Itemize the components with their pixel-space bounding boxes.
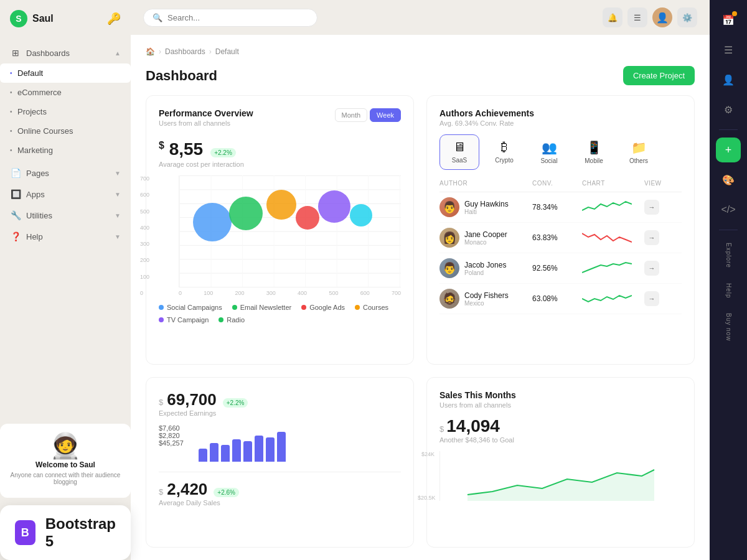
bubble-chart (179, 175, 401, 287)
user-avatar[interactable]: 👤 (652, 7, 672, 27)
help-label[interactable]: Help (725, 278, 732, 304)
social-tab-label: Social (540, 157, 557, 164)
sidebar-footer: 🧑‍🚀 Welcome to Saul Anyone can connect w… (0, 424, 131, 560)
others-tab-icon: 📁 (631, 140, 647, 155)
sidebar-item-apps[interactable]: 🔲 Apps ▼ (0, 184, 131, 205)
legend-courses: Courses (355, 304, 388, 311)
app-logo: S (10, 10, 27, 27)
chevron-icon: ▲ (115, 50, 121, 57)
sidebar-item-label: Pages (26, 169, 49, 178)
table-row: 🧔 Cody Fishers Mexico 63.08% → (439, 284, 682, 314)
sidebar-item-pages[interactable]: 📄 Pages ▼ (0, 162, 131, 184)
calendar-button[interactable]: 📅 (716, 7, 741, 32)
metric-value-row: $ 8,55 +2.2% (159, 134, 401, 161)
sidebar-item-default[interactable]: Default (0, 63, 131, 83)
breadcrumb: 🏠 › Dashboards › Default (146, 47, 695, 56)
tab-social[interactable]: 👥 Social (529, 134, 569, 170)
sidebar-back-icon[interactable]: 🔑 (107, 12, 121, 26)
earnings-badge: +2.2% (223, 398, 248, 408)
sparkline-cody (582, 289, 632, 308)
code-icon: </> (721, 204, 735, 215)
tab-week[interactable]: Week (370, 108, 401, 122)
sidebar-item-label: Online Courses (17, 126, 73, 136)
performance-title-group: Performance Overview Users from all chan… (159, 108, 253, 127)
search-input[interactable] (167, 13, 308, 22)
crypto-tab-icon: ₿ (501, 140, 507, 154)
legend-google: Google Ads (301, 304, 345, 311)
sales-chart: $24K $20.5K (439, 451, 682, 501)
bubble-google (266, 190, 296, 220)
bubble-email (229, 197, 263, 230)
authors-header: Authors Achievements Avg. 69.34% Conv. R… (439, 108, 682, 127)
search-box[interactable]: 🔍 (143, 9, 317, 27)
bubble-social (193, 203, 232, 241)
bar (210, 443, 218, 462)
theme-button[interactable]: 🎨 (716, 167, 741, 192)
tab-others[interactable]: 📁 Others (619, 134, 659, 170)
mobile-tab-icon: 📱 (586, 140, 602, 155)
hamburger-button[interactable]: ☰ (716, 37, 741, 62)
content-area: 🏠 › Dashboards › Default Dashboard Creat… (131, 35, 710, 560)
sidebar-item-ecommerce[interactable]: eCommerce (0, 83, 131, 102)
welcome-card: 🧑‍🚀 Welcome to Saul Anyone can connect w… (0, 424, 131, 498)
bar (255, 436, 263, 462)
breadcrumb-dashboards[interactable]: Dashboards (165, 47, 205, 56)
author-name-cody: Cody Fishers (464, 291, 509, 300)
sidebar-item-marketing[interactable]: Marketing (0, 141, 131, 160)
author-country-cody: Mexico (464, 300, 509, 307)
view-btn-jacob[interactable]: → (644, 261, 659, 276)
sidebar-item-online-courses[interactable]: Online Courses (0, 121, 131, 141)
bar (232, 439, 241, 462)
sidebar-item-utilities[interactable]: 🔧 Utilities ▼ (0, 205, 131, 226)
explore-label[interactable]: Explore (725, 238, 732, 273)
legend-email-label: Email Newsletter (240, 304, 292, 311)
tab-month[interactable]: Month (335, 108, 368, 122)
sidebar-item-label: eCommerce (17, 88, 62, 97)
notifications-button[interactable]: 🔔 (603, 7, 622, 27)
performance-metric: $ 8,55 (159, 139, 203, 159)
menu-button[interactable]: ☰ (627, 7, 647, 27)
code-button[interactable]: </> (716, 197, 741, 222)
view-btn-jane[interactable]: → (644, 230, 659, 245)
tab-saas[interactable]: 🖥 SaaS (439, 134, 479, 170)
user-icon: 👤 (722, 74, 735, 86)
bar (243, 441, 252, 462)
x-axis: 0 100 200 300 400 500 600 700 (179, 287, 401, 296)
legend-tv: TV Campaign (159, 316, 209, 324)
bar-chart (199, 424, 401, 462)
settings-rp-button[interactable]: ⚙ (716, 97, 741, 122)
bootstrap-icon: B (15, 520, 35, 545)
palette-icon: 🎨 (722, 174, 735, 186)
breadcrumb-home-icon[interactable]: 🏠 (146, 47, 155, 56)
table-row: 👨 Jacob Jones Poland 92.56% → (439, 253, 682, 284)
sidebar-item-dashboards[interactable]: ⊞ Dashboards ▲ (0, 42, 131, 63)
author-conv-cody: 63.08% (532, 294, 582, 303)
sparkline-jacob (582, 259, 632, 278)
tab-crypto[interactable]: ₿ Crypto (484, 134, 524, 170)
sidebar-item-help[interactable]: ❓ Help ▼ (0, 226, 131, 247)
buynow-label[interactable]: Buy now (725, 308, 732, 346)
y-axis: 700 600 500 400 300 200 100 0 (140, 175, 149, 296)
right-panel: 📅 ☰ 👤 ⚙ + 🎨 </> Explore Help Buy now (710, 0, 747, 560)
create-project-button[interactable]: Create Project (623, 66, 695, 85)
metric-label: Avarage cost per interaction (159, 161, 401, 168)
page-title: Dashboard (146, 68, 217, 84)
sidebar-header: S Saul 🔑 (0, 0, 131, 37)
col-author: AUTHOR (439, 180, 532, 187)
sidebar-item-label: Utilities (26, 211, 52, 220)
view-btn-guy[interactable]: → (644, 200, 659, 215)
sidebar-item-projects[interactable]: Projects (0, 102, 131, 121)
col-view: VIEW (644, 180, 682, 187)
performance-header: Performance Overview Users from all chan… (159, 108, 401, 127)
saas-tab-label: SaaS (452, 157, 467, 164)
legend-tv-label: TV Campaign (167, 316, 209, 324)
tab-mobile[interactable]: 📱 Mobile (574, 134, 614, 170)
user-profile-button[interactable]: 👤 (716, 67, 741, 92)
daily-sales-value: 2,420 (167, 480, 207, 499)
sidebar-item-label: Projects (17, 107, 47, 116)
add-button[interactable]: + (716, 138, 741, 162)
view-btn-cody[interactable]: → (644, 291, 659, 306)
author-country-jane: Monaco (464, 239, 507, 246)
settings-button[interactable]: ⚙️ (677, 7, 697, 27)
authors-subtitle: Avg. 69.34% Conv. Rate (439, 119, 682, 127)
